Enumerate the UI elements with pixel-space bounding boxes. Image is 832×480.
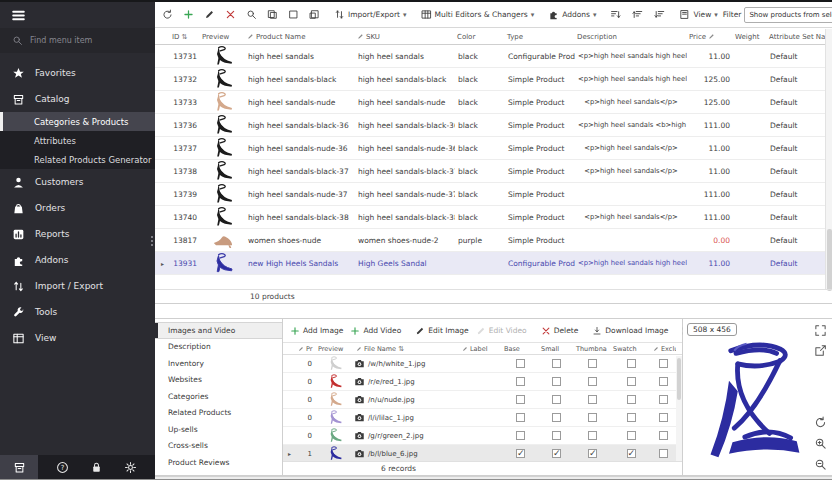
swatch-checkbox[interactable]	[627, 431, 636, 440]
thumbnail-checkbox[interactable]	[588, 431, 597, 440]
sidebar-item-import-export[interactable]: Import / Export	[0, 273, 155, 299]
sidebar-item-reports[interactable]: Reports	[0, 221, 155, 247]
products-scrollbar-thumb[interactable]	[827, 229, 832, 291]
product-row[interactable]: 13740 high heel sandals-black-38high hee…	[155, 206, 825, 229]
image-column-header-file_name[interactable]: File Name⇅	[354, 345, 460, 353]
add-image-button[interactable]: Add Image	[288, 324, 345, 338]
panel-splitter[interactable]	[150, 233, 154, 249]
delete-button[interactable]: Delete	[539, 324, 581, 338]
image-column-header-thumbnail[interactable]: Thumbna	[574, 345, 611, 353]
tab-images-and-video[interactable]: Images and Video	[155, 322, 282, 339]
products-scrollbar[interactable]	[825, 29, 832, 289]
edit-video-button[interactable]: Edit Video	[474, 324, 529, 338]
image-row[interactable]: 0 /g/r/green_2.jpg	[283, 427, 682, 445]
small-checkbox[interactable]	[552, 359, 561, 368]
small-checkbox[interactable]	[552, 377, 561, 386]
image-column-header-preview[interactable]: Preview	[316, 345, 354, 353]
gear-icon[interactable]	[124, 461, 137, 474]
exclude-checkbox[interactable]	[659, 359, 668, 368]
image-row[interactable]: 0 /n/u/nude.jpg	[283, 391, 682, 409]
tab-categories[interactable]: Categories	[155, 388, 282, 405]
images-scrollbar[interactable]	[676, 356, 682, 461]
exclude-checkbox[interactable]	[659, 395, 668, 404]
image-column-header-exclude[interactable]: Exclude	[651, 345, 676, 353]
small-checkbox[interactable]	[552, 413, 561, 422]
sidebar-item-customers[interactable]: Customers	[0, 169, 155, 195]
bottom-store-button[interactable]	[0, 455, 38, 480]
sidebar-search[interactable]: Find menu item	[0, 28, 155, 53]
thumbnail-checkbox[interactable]	[588, 395, 597, 404]
base-checkbox[interactable]	[516, 431, 525, 440]
image-row[interactable]: 0 /l/i/lilac_1.jpg	[283, 409, 682, 427]
column-header-weight[interactable]: Weight	[733, 33, 767, 41]
base-checkbox[interactable]	[516, 395, 525, 404]
help-icon[interactable]: ?	[56, 461, 69, 474]
image-column-header-label[interactable]: Label	[460, 345, 502, 353]
select-button[interactable]	[286, 7, 301, 22]
tab-description[interactable]: Description	[155, 339, 282, 356]
small-checkbox[interactable]	[552, 431, 561, 440]
column-header-description[interactable]: Description	[575, 33, 687, 41]
image-column-header-base[interactable]: Base	[502, 345, 539, 353]
sidebar-item-view[interactable]: View	[0, 325, 155, 351]
exclude-checkbox[interactable]	[659, 431, 668, 440]
base-checkbox[interactable]	[516, 377, 525, 386]
swatch-checkbox[interactable]	[627, 377, 636, 386]
sidebar-item-categories-products[interactable]: Categories & Products	[0, 112, 155, 131]
sidebar-item-catalog[interactable]: Catalog	[0, 86, 155, 112]
column-header-type[interactable]: Type	[505, 33, 575, 41]
base-checkbox[interactable]	[516, 359, 525, 368]
tab-cross-sells[interactable]: Cross-sells	[155, 438, 282, 455]
refresh-button[interactable]	[160, 7, 175, 22]
base-checkbox[interactable]	[516, 449, 525, 458]
sidebar-item-orders[interactable]: Orders	[0, 195, 155, 221]
product-row[interactable]: 13736 high heel sandals-black-36high hee…	[155, 114, 825, 137]
small-checkbox[interactable]	[552, 395, 561, 404]
tab-websites[interactable]: Websites	[155, 372, 282, 389]
column-header-attribute_set[interactable]: Attribute Set Name	[767, 33, 825, 41]
column-header-id[interactable]: ID⇅	[170, 33, 200, 41]
copy-button[interactable]	[265, 7, 280, 22]
sort-down-button[interactable]	[652, 7, 667, 22]
base-checkbox[interactable]	[516, 413, 525, 422]
hamburger-menu-icon[interactable]	[11, 8, 26, 23]
product-row[interactable]: 13732 high heel sandals-blackhigh heel s…	[155, 68, 825, 91]
product-row[interactable]: 13731 high heel sandalshigh heel sandals…	[155, 45, 825, 68]
exclude-checkbox[interactable]	[659, 449, 668, 458]
image-column-header-position[interactable]: Pr	[296, 345, 316, 353]
column-header-sku[interactable]: SKU	[355, 33, 455, 41]
column-header-color[interactable]: Color	[455, 33, 505, 41]
edit-image-button[interactable]: Edit Image	[413, 324, 470, 338]
tab-inventory[interactable]: Inventory	[155, 355, 282, 372]
sidebar-item-tools[interactable]: Tools	[0, 299, 155, 325]
small-checkbox[interactable]	[552, 449, 561, 458]
edit-product-button[interactable]	[202, 7, 217, 22]
addons-button[interactable]: Addons▾	[546, 7, 598, 22]
product-row[interactable]: ▸13931 new High Heels SandalsHigh Geels …	[155, 252, 825, 275]
delete-product-button[interactable]	[223, 7, 238, 22]
swatch-checkbox[interactable]	[627, 395, 636, 404]
column-header-name[interactable]: Product Name	[245, 33, 355, 41]
exclude-checkbox[interactable]	[659, 377, 668, 386]
image-row[interactable]: 0 /w/h/white_1.jpg	[283, 355, 682, 373]
tab-product-reviews[interactable]: Product Reviews	[155, 454, 282, 471]
thumbnail-checkbox[interactable]	[588, 413, 597, 422]
category-filter-dropdown[interactable]: Show products from selected categories▾	[744, 7, 832, 23]
tab-up-sells[interactable]: Up-sells	[155, 421, 282, 438]
column-header-preview[interactable]: Preview	[200, 33, 245, 41]
swatch-checkbox[interactable]	[627, 413, 636, 422]
download-image-button[interactable]: Download Image	[590, 324, 670, 338]
view-button[interactable]: View▾	[677, 7, 719, 22]
product-row[interactable]: 13733 high heel sandals-nudehigh heel sa…	[155, 91, 825, 114]
sidebar-item-attributes[interactable]: Attributes	[0, 131, 155, 150]
add-product-button[interactable]	[181, 7, 196, 22]
image-column-header-swatch[interactable]: Swatch	[611, 345, 651, 353]
product-row[interactable]: 13737 high heel sandals-nude-36high heel…	[155, 137, 825, 160]
swatch-checkbox[interactable]	[627, 359, 636, 368]
multi-editors-button[interactable]: Multi Editors & Changers▾	[419, 7, 537, 22]
search-button[interactable]	[244, 7, 259, 22]
thumbnail-checkbox[interactable]	[588, 377, 597, 386]
product-row[interactable]: 13817 women shoes-nudewomen shoes-nude-2…	[155, 229, 825, 252]
add-video-button[interactable]: Add Video	[348, 324, 403, 338]
column-header-price[interactable]: Price	[687, 33, 733, 41]
